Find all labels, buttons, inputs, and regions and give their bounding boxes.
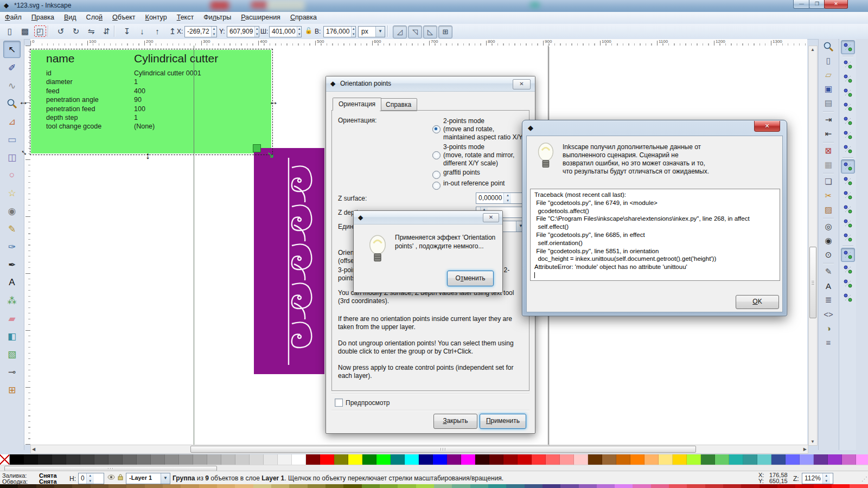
color-swatch[interactable]: [334, 454, 348, 465]
star-tool[interactable]: ☆: [4, 185, 20, 201]
edit-icon[interactable]: ✎: [821, 265, 835, 278]
lower-icon[interactable]: ↓: [136, 25, 149, 37]
fill-stroke-icon[interactable]: ◑: [821, 322, 835, 335]
color-swatch[interactable]: [137, 454, 151, 465]
color-swatch[interactable]: [475, 454, 489, 465]
selection-arrow-icon[interactable]: ↔: [269, 97, 278, 106]
selection-arrow-icon[interactable]: ↕: [145, 151, 150, 160]
height-field[interactable]: 176,000▲▼: [323, 26, 356, 37]
minimize-button[interactable]: —: [793, 0, 810, 9]
snap-option-icon[interactable]: [841, 159, 855, 174]
color-swatch[interactable]: [597, 484, 615, 488]
menu-7[interactable]: Фильтры: [199, 12, 236, 24]
color-swatch[interactable]: [673, 454, 687, 465]
calligraphy-tool[interactable]: ✒: [4, 256, 20, 273]
snap-option-icon[interactable]: [841, 129, 854, 142]
color-swatch[interactable]: [320, 454, 334, 465]
dialog-close-icon[interactable]: ✕: [513, 79, 531, 89]
color-swatch[interactable]: [0, 484, 18, 488]
color-swatch[interactable]: [163, 484, 181, 488]
color-swatch[interactable]: [532, 454, 546, 465]
z-surface-field[interactable]: 0,00000▲▼: [476, 192, 526, 204]
preview-checkbox[interactable]: [335, 399, 343, 407]
color-swatch[interactable]: [91, 484, 108, 488]
color-swatch[interactable]: [18, 484, 36, 488]
sticky-zoom-icon[interactable]: [821, 40, 835, 53]
radio-graffiti-points[interactable]: [432, 171, 441, 179]
menu-6[interactable]: Текст: [172, 12, 199, 24]
dialog-titlebar[interactable]: ◆ Orientation points ✕: [326, 76, 535, 92]
color-swatch[interactable]: [199, 484, 217, 488]
color-swatch[interactable]: [800, 454, 814, 465]
scroll-up-icon[interactable]: ▲: [810, 46, 815, 53]
color-swatch[interactable]: [165, 454, 179, 465]
color-swatch[interactable]: [546, 454, 560, 465]
dialog-titlebar[interactable]: ◆ ✕: [354, 211, 502, 224]
xml-editor-icon[interactable]: <>: [821, 307, 835, 320]
color-swatch[interactable]: [292, 454, 306, 465]
snap-option-icon[interactable]: [841, 248, 855, 262]
selector-tool[interactable]: ↖: [3, 41, 21, 58]
color-swatch[interactable]: [616, 454, 630, 465]
box3d-tool[interactable]: ◫: [4, 149, 20, 165]
ellipse-tool[interactable]: ○: [4, 167, 20, 183]
layers-dialog-icon[interactable]: ≣: [821, 293, 835, 306]
transform-corners-toggle-icon[interactable]: ◹: [408, 25, 422, 38]
color-swatch[interactable]: [850, 484, 867, 488]
dialog-close-icon[interactable]: ✕: [754, 121, 780, 132]
color-swatch[interactable]: [814, 484, 832, 488]
window-titlebar[interactable]: ◆ *123.svg - Inkscape — ❐ ✕: [0, 0, 868, 12]
color-swatch[interactable]: [326, 484, 343, 488]
scroll-left-icon[interactable]: ◀: [32, 446, 35, 453]
tab-help[interactable]: Справка: [380, 98, 417, 111]
resize-grip[interactable]: ⋰: [861, 476, 867, 483]
color-swatch[interactable]: [343, 484, 361, 488]
no-color-swatch[interactable]: [0, 454, 10, 465]
color-swatch[interactable]: [777, 484, 795, 488]
color-swatch[interactable]: [760, 484, 777, 488]
color-swatch[interactable]: [376, 454, 391, 465]
color-swatch[interactable]: [405, 454, 419, 465]
color-swatch[interactable]: [560, 454, 574, 465]
color-swatch[interactable]: [271, 484, 289, 488]
color-swatch[interactable]: [123, 454, 137, 465]
color-swatch[interactable]: [108, 454, 123, 465]
color-swatch[interactable]: [687, 484, 705, 488]
ok-button[interactable]: OK: [736, 295, 779, 309]
color-swatch[interactable]: [264, 454, 278, 465]
color-swatch[interactable]: [461, 454, 475, 465]
color-swatch[interactable]: [723, 484, 741, 488]
snap-option-icon[interactable]: [841, 291, 854, 304]
save-icon[interactable]: ▣: [821, 82, 835, 95]
layer-selector[interactable]: -Layer 1▼: [126, 473, 170, 484]
snap-option-icon[interactable]: [841, 231, 854, 244]
transform-stroke-toggle-icon[interactable]: ◿: [393, 25, 407, 38]
color-swatch[interactable]: [289, 484, 307, 488]
color-swatch[interactable]: [398, 484, 416, 488]
color-swatch[interactable]: [669, 484, 687, 488]
color-swatch[interactable]: [757, 454, 771, 465]
color-swatch[interactable]: [795, 484, 813, 488]
zoom-field[interactable]: 112%▲▼: [802, 473, 833, 484]
lower-to-bottom-icon[interactable]: ↧: [120, 25, 133, 37]
color-swatch[interactable]: [743, 454, 757, 465]
color-swatch[interactable]: [447, 454, 461, 465]
color-swatch[interactable]: [72, 484, 90, 488]
color-swatch[interactable]: [588, 454, 602, 465]
import-icon[interactable]: ⇥: [821, 113, 835, 126]
zoom-selection-toggle-icon[interactable]: ◰: [34, 25, 47, 37]
color-swatch[interactable]: [52, 454, 66, 465]
color-swatch[interactable]: [560, 484, 578, 488]
zoom-page-icon[interactable]: ⊙: [821, 248, 835, 261]
color-swatch[interactable]: [217, 484, 235, 488]
raise-icon[interactable]: ↑: [151, 25, 164, 37]
node-editor-tool[interactable]: ✐: [4, 60, 20, 76]
color-swatch[interactable]: [308, 484, 326, 488]
menu-2[interactable]: Вид: [59, 12, 81, 24]
color-swatch[interactable]: [630, 454, 644, 465]
ornament-rectangle[interactable]: [254, 148, 324, 374]
color-swatch[interactable]: [786, 454, 800, 465]
color-swatch[interactable]: [306, 454, 320, 465]
menu-5[interactable]: Контур: [141, 12, 172, 24]
color-swatch[interactable]: [126, 484, 144, 488]
